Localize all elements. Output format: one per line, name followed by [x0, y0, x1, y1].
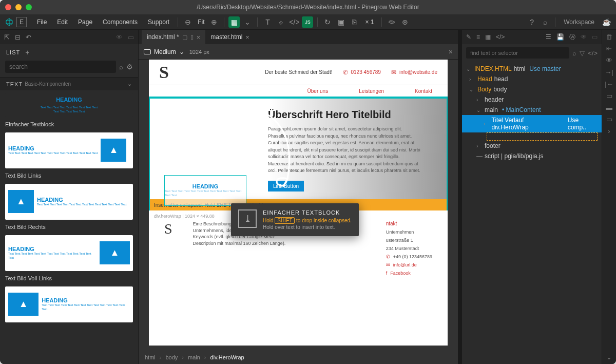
- nav-about[interactable]: Über uns: [307, 88, 329, 94]
- trash-icon[interactable]: 🗑: [606, 33, 612, 41]
- viewport-selector[interactable]: Medium ⌄: [144, 48, 184, 55]
- tree-header[interactable]: ›header: [462, 94, 602, 105]
- undo-icon[interactable]: ↶: [26, 33, 31, 41]
- workspace-menu[interactable]: Workspace: [560, 18, 599, 26]
- bc-body[interactable]: body: [165, 354, 178, 360]
- pinegrow-logo-icon[interactable]: [4, 17, 14, 27]
- insert-icon[interactable]: ⇱: [4, 33, 10, 41]
- code-icon[interactable]: </>: [288, 16, 300, 28]
- image-placeholder-icon: ▲: [8, 293, 38, 316]
- menu-support[interactable]: Support: [144, 16, 174, 28]
- eye-icon[interactable]: 👁: [581, 33, 587, 41]
- site-tagline: Der beste Schmied der Stadt!: [265, 69, 332, 75]
- chevron-right-icon[interactable]: ›: [608, 127, 610, 135]
- minimize-window-button[interactable]: [15, 4, 22, 10]
- wordpress-icon[interactable]: ⓦ: [569, 33, 575, 42]
- link-tool-icon[interactable]: ⟐: [275, 16, 286, 28]
- component-textblock[interactable]: HEADING Text Text Text Text Text Text Te…: [5, 93, 133, 117]
- desktop-icon: ▢: [182, 34, 187, 41]
- component-extra[interactable]: ▲ HEADINGText Text Text Text Text Text T…: [5, 286, 133, 322]
- image-placeholder-icon: ▲: [100, 241, 130, 264]
- component-text-image-right[interactable]: ▲ HEADINGText Text Text Text Text Text T…: [5, 184, 133, 220]
- panel-icon[interactable]: ▭: [592, 33, 598, 41]
- menu-page[interactable]: Page: [74, 16, 97, 28]
- maximize-window-button[interactable]: [26, 4, 32, 10]
- category-header[interactable]: TEXT Basic-Komponenten ⌄: [0, 77, 138, 90]
- component-search-input[interactable]: [5, 61, 116, 73]
- phone-icon: ✆: [386, 254, 390, 259]
- edit-mode-icon[interactable]: E: [16, 17, 27, 27]
- library-icon[interactable]: ⊟: [15, 33, 21, 41]
- panel-icon[interactable]: ▭: [128, 33, 134, 41]
- tree-script[interactable]: —script | pgia/lib/pgia.js: [462, 151, 602, 161]
- code-icon[interactable]: </>: [496, 33, 505, 41]
- browsers-icon[interactable]: ▣: [335, 16, 346, 28]
- device-icon: [144, 49, 151, 54]
- nav-services[interactable]: Leistungen: [359, 88, 384, 94]
- drag-tooltip: ⤓ EINFACHER TEXTBLOCK Hold SHIFT to drop…: [231, 203, 359, 236]
- tree-herowrap[interactable]: ›Titel Verlauf div.HeroWrap Use comp..: [462, 115, 602, 132]
- tree-root[interactable]: ⌄INDEX.HTML htmlUse master: [462, 64, 602, 74]
- bc-herowrap[interactable]: div.HeroWrap: [210, 354, 244, 360]
- nav-contact[interactable]: Kontakt: [415, 88, 432, 94]
- file-tab-index[interactable]: index.html * ▢ ▯ ×: [142, 30, 205, 44]
- layout-icon[interactable]: ▦: [485, 33, 491, 41]
- visibility-off-icon[interactable]: [386, 16, 397, 28]
- dom-tree: ⌄INDEX.HTML htmlUse master ›Head head ⌄B…: [462, 62, 602, 364]
- text-tool-icon[interactable]: T: [262, 16, 273, 28]
- add-list-icon[interactable]: +: [25, 48, 29, 56]
- tree-icon[interactable]: ☰: [546, 33, 551, 41]
- help-icon[interactable]: ?: [526, 16, 537, 28]
- tree-head[interactable]: ›Head head: [462, 74, 602, 84]
- zoom-multiplier[interactable]: × 1: [362, 16, 377, 28]
- close-tab-icon[interactable]: ×: [197, 33, 201, 41]
- file-tab-master[interactable]: master.html ×: [205, 30, 255, 44]
- reload-icon[interactable]: ↻: [322, 16, 333, 28]
- menu-edit[interactable]: Edit: [53, 16, 72, 28]
- filter-icon[interactable]: ▽: [580, 49, 585, 57]
- eye-icon[interactable]: 👁: [116, 33, 123, 41]
- target-icon[interactable]: ⊛: [399, 16, 411, 28]
- search-icon[interactable]: ⌕: [119, 63, 123, 71]
- zoom-fit[interactable]: Fit: [196, 16, 206, 28]
- visibility-icon[interactable]: 👁: [606, 56, 612, 64]
- js-icon[interactable]: JS: [302, 16, 313, 28]
- export-icon[interactable]: ⎘: [349, 16, 360, 28]
- zoom-out-icon[interactable]: ⊖: [182, 16, 194, 28]
- list-heading: LIST: [6, 49, 20, 55]
- brush-icon[interactable]: ✎: [466, 33, 471, 41]
- menu-components[interactable]: Components: [99, 16, 142, 28]
- coffee-icon[interactable]: ☕: [601, 16, 612, 28]
- component-text-image-full-left[interactable]: HEADINGText Text Text Text Text Text Tex…: [5, 235, 133, 271]
- close-window-button[interactable]: [5, 4, 11, 10]
- tree-search-input[interactable]: [466, 47, 569, 59]
- close-tab-icon[interactable]: ×: [245, 33, 249, 41]
- grid-icon[interactable]: ▦: [228, 16, 240, 28]
- search-icon[interactable]: ⌕: [572, 49, 576, 57]
- zoom-in-icon[interactable]: ⊕: [208, 16, 220, 28]
- image-placeholder-icon: ▲: [101, 139, 126, 162]
- chevron-down-icon[interactable]: ⌄: [606, 353, 612, 361]
- expand-left-icon[interactable]: |←: [605, 80, 613, 88]
- close-preview-icon[interactable]: ×: [449, 48, 453, 56]
- chevron-down-icon[interactable]: ⌄: [242, 16, 253, 28]
- save-icon[interactable]: 💾: [556, 33, 564, 41]
- panel-top-icon[interactable]: ▭: [606, 116, 612, 123]
- expand-right-icon[interactable]: →|: [605, 68, 613, 76]
- bc-main[interactable]: main: [188, 354, 200, 360]
- tree-main[interactable]: ⌄main• MainContent: [462, 105, 602, 115]
- collapse-icon[interactable]: ⇤: [606, 45, 612, 52]
- panel-bottom-icon[interactable]: ▬: [606, 104, 612, 111]
- tree-footer[interactable]: ›footer: [462, 141, 602, 151]
- settings-icon[interactable]: ⚙: [126, 63, 133, 71]
- phone-icon: ✆: [343, 69, 348, 76]
- component-text-image-left[interactable]: HEADINGText Text Text Text Text Text Tex…: [5, 132, 133, 168]
- tree-body[interactable]: ⌄Body body: [462, 84, 602, 94]
- hero-link-button[interactable]: Link Button: [268, 181, 304, 191]
- window-icon[interactable]: ▭: [606, 92, 612, 100]
- bc-html[interactable]: html: [145, 354, 156, 360]
- search-icon[interactable]: ⌕: [540, 16, 551, 28]
- menu-file[interactable]: File: [33, 16, 51, 28]
- style-icon[interactable]: ≡: [476, 33, 480, 41]
- code-icon[interactable]: </>: [588, 49, 598, 57]
